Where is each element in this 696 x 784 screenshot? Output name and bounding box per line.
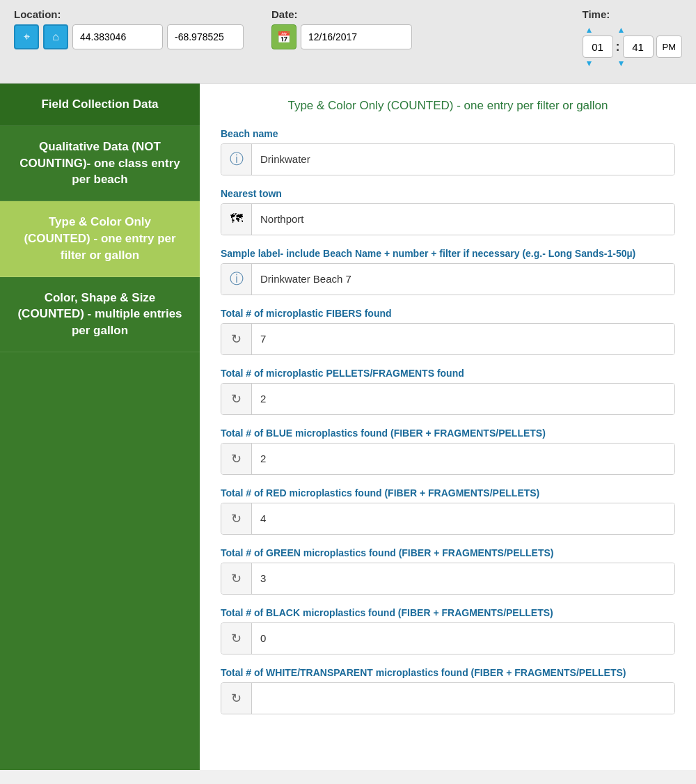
time-controls: ▲ ▲ : PM ▼ (583, 24, 683, 69)
time-label: Time: (583, 8, 683, 20)
black-input[interactable] (252, 623, 674, 654)
info-icon-sample: ⓘ (221, 264, 252, 295)
refresh-icon-white: ↻ (221, 683, 252, 714)
time-fields-row: : PM (583, 36, 683, 58)
refresh-icon-red: ↻ (221, 503, 252, 534)
black-input-row: ↻ (221, 622, 675, 654)
map-icon-town: 🗺 (221, 204, 252, 235)
refresh-icon-fibers: ↻ (221, 324, 252, 354)
pellets-label: Total # of microplastic PELLETS/FRAGMENT… (221, 368, 675, 379)
hour-down-group: ▼ (583, 58, 596, 69)
sidebar-item-type-color[interactable]: Type & Color Only (COUNTED) - one entry … (0, 201, 200, 276)
white-label: Total # of WHITE/TRANSPARENT microplasti… (221, 667, 675, 678)
green-input-row: ↻ (221, 563, 675, 595)
field-green: Total # of GREEN microplastics found (FI… (221, 547, 675, 595)
sidebar-item-color-shape[interactable]: Color, Shape & Size (COUNTED) - multiple… (0, 277, 200, 352)
minute-up-group: ▲ (614, 24, 628, 36)
pellets-input[interactable] (252, 384, 674, 414)
white-input-row: ↻ (221, 682, 675, 714)
location-section: Location: ⌖ ⌂ (14, 8, 244, 49)
sample-label-input-row: ⓘ (221, 263, 675, 295)
location-label: Location: (14, 8, 244, 20)
date-label: Date: (271, 8, 412, 20)
header: Location: ⌖ ⌂ Date: 📅 Time: (0, 0, 696, 84)
content-area: Type & Color Only (COUNTED) - one entry … (200, 84, 696, 770)
nearest-town-input-row: 🗺 (221, 203, 675, 235)
minute-down-group: ▼ (614, 58, 628, 69)
green-input[interactable] (252, 563, 674, 594)
green-label: Total # of GREEN microplastics found (FI… (221, 547, 675, 558)
sidebar: Field Collection Data Qualitative Data (… (0, 84, 200, 770)
calendar-button[interactable]: 📅 (271, 24, 296, 49)
beach-name-input[interactable] (252, 144, 674, 175)
main-layout: Field Collection Data Qualitative Data (… (0, 84, 696, 770)
field-beach-name: Beach name ⓘ (221, 128, 675, 175)
refresh-icon-pellets: ↻ (221, 384, 252, 414)
sidebar-item-field-collection[interactable]: Field Collection Data (0, 84, 200, 126)
sample-label-label: Sample label- include Beach Name + numbe… (221, 248, 675, 259)
date-controls: 📅 (271, 24, 412, 49)
black-label: Total # of BLACK microplastics found (FI… (221, 607, 675, 618)
location-controls: ⌖ ⌂ (14, 24, 244, 49)
home-button[interactable]: ⌂ (43, 24, 68, 49)
field-nearest-town: Nearest town 🗺 (221, 188, 675, 235)
field-red: Total # of RED microplastics found (FIBE… (221, 487, 675, 535)
time-down-arrows: ▼ ▼ (583, 58, 628, 69)
time-colon: : (616, 40, 620, 54)
time-section: Time: ▲ ▲ : PM (583, 8, 683, 69)
sample-label-input[interactable] (252, 264, 674, 295)
red-input[interactable] (252, 503, 674, 534)
ampm-button[interactable]: PM (656, 36, 683, 58)
blue-input[interactable] (252, 444, 674, 474)
blue-label: Total # of BLUE microplastics found (FIB… (221, 428, 675, 439)
beach-name-label: Beach name (221, 128, 675, 139)
content-title: Type & Color Only (COUNTED) - one entry … (221, 97, 675, 114)
fibers-input-row: ↻ (221, 323, 675, 355)
nearest-town-input[interactable] (252, 204, 674, 235)
minute-up-button[interactable]: ▲ (614, 24, 628, 36)
field-pellets: Total # of microplastic PELLETS/FRAGMENT… (221, 368, 675, 415)
hour-down-button[interactable]: ▼ (583, 58, 596, 69)
blue-input-row: ↻ (221, 443, 675, 475)
info-icon-beach: ⓘ (221, 144, 252, 175)
field-white: Total # of WHITE/TRANSPARENT microplasti… (221, 667, 675, 714)
field-black: Total # of BLACK microplastics found (FI… (221, 607, 675, 654)
red-label: Total # of RED microplastics found (FIBE… (221, 487, 675, 499)
field-fibers: Total # of microplastic FIBERS found ↻ (221, 308, 675, 355)
hour-input[interactable] (583, 36, 613, 58)
hour-up-button[interactable]: ▲ (583, 24, 596, 36)
fibers-input[interactable] (252, 324, 674, 354)
beach-name-input-row: ⓘ (221, 143, 675, 175)
refresh-icon-black: ↻ (221, 623, 252, 654)
sidebar-item-qualitative[interactable]: Qualitative Data (NOT COUNTING)- one cla… (0, 126, 200, 201)
fibers-label: Total # of microplastic FIBERS found (221, 308, 675, 319)
red-input-row: ↻ (221, 503, 675, 535)
pellets-input-row: ↻ (221, 383, 675, 415)
hour-up-group: ▲ (583, 24, 596, 36)
minute-input[interactable] (623, 36, 654, 58)
crosshair-button[interactable]: ⌖ (14, 24, 39, 49)
refresh-icon-blue: ↻ (221, 444, 252, 474)
latitude-input[interactable] (72, 24, 163, 49)
time-up-arrows: ▲ ▲ (583, 24, 628, 36)
date-section: Date: 📅 (271, 8, 412, 49)
refresh-icon-green: ↻ (221, 563, 252, 594)
minute-down-button[interactable]: ▼ (614, 58, 628, 69)
longitude-input[interactable] (167, 24, 244, 49)
white-input[interactable] (252, 683, 674, 714)
field-blue: Total # of BLUE microplastics found (FIB… (221, 428, 675, 475)
date-input[interactable] (301, 24, 412, 49)
field-sample-label: Sample label- include Beach Name + numbe… (221, 248, 675, 295)
nearest-town-label: Nearest town (221, 188, 675, 199)
